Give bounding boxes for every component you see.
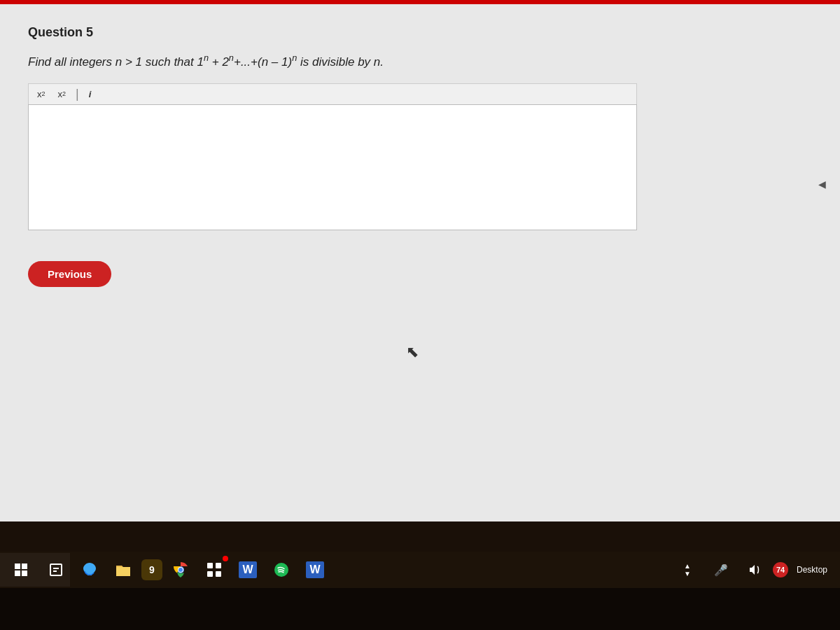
svg-rect-2 (15, 570, 20, 576)
svg-rect-11 (216, 563, 221, 568)
taskbar: 9 W (0, 522, 840, 630)
svg-rect-0 (15, 564, 20, 569)
question-text: Find all integers n > 1 such that 1n + 2… (28, 52, 812, 69)
folder-icon[interactable] (108, 554, 139, 585)
svg-point-9 (178, 568, 183, 572)
number-badge: 9 (141, 559, 162, 580)
svg-rect-4 (50, 564, 62, 575)
answer-toolbar: x2 x2 | i (28, 83, 637, 104)
superscript-button[interactable]: x2 (54, 87, 71, 102)
edge-icon[interactable] (74, 554, 105, 585)
microphone-icon[interactable]: 🎤 (706, 554, 736, 585)
main-content: Question 5 Find all integers n > 1 such … (0, 4, 840, 522)
svg-rect-10 (207, 563, 213, 568)
info-button[interactable]: i (85, 87, 96, 102)
subscript-button[interactable]: x2 (33, 87, 50, 102)
previous-button[interactable]: Previous (28, 261, 111, 287)
tray-badge[interactable]: 74 (773, 562, 788, 578)
search-button[interactable] (41, 554, 71, 585)
chrome-icon[interactable] (165, 554, 196, 585)
taskbar-inner: 9 W (0, 552, 840, 588)
word-icon[interactable]: W (232, 554, 263, 585)
notification-dot (223, 556, 228, 561)
bottom-strip (0, 588, 840, 630)
chevron-right-icon[interactable]: ◀ (818, 178, 826, 190)
svg-rect-3 (22, 570, 27, 576)
tray-up-arrow[interactable]: ▲ ▼ (672, 554, 703, 585)
question-title: Question 5 (28, 25, 812, 40)
answer-input[interactable] (28, 104, 637, 230)
desktop-label[interactable]: Desktop (791, 554, 833, 585)
svg-rect-13 (216, 571, 221, 577)
volume-icon[interactable] (739, 554, 770, 585)
word-icon-2[interactable]: W (300, 554, 330, 585)
windows-start-button[interactable] (7, 556, 35, 584)
spotify-icon[interactable] (266, 554, 297, 585)
svg-rect-12 (207, 571, 213, 577)
svg-rect-1 (22, 564, 27, 569)
apps-grid-icon[interactable] (199, 554, 230, 585)
